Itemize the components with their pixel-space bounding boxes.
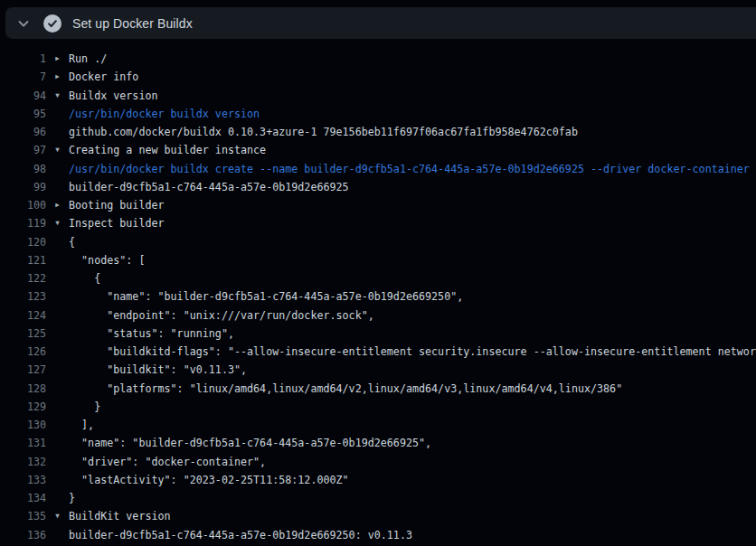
step-status-check-icon <box>43 14 61 33</box>
log-text: "nodes": [ <box>69 251 145 269</box>
log-text: "name": "builder-d9cfb5a1-c764-445a-a57e… <box>69 434 431 452</box>
line-number[interactable]: 94 <box>0 87 46 105</box>
line-number[interactable]: 98 <box>0 160 46 178</box>
chevron-expanded-icon[interactable]: ▼ <box>46 507 69 525</box>
log-line: 122 { <box>0 269 756 287</box>
log-line: 124 "endpoint": "unix:///var/run/docker.… <box>0 306 756 325</box>
line-number[interactable]: 95 <box>0 105 46 123</box>
line-number[interactable]: 124 <box>0 306 46 325</box>
log-text: "driver": "docker-container", <box>69 453 266 471</box>
line-number[interactable]: 1 <box>0 50 46 68</box>
line-number[interactable]: 100 <box>0 196 46 214</box>
log-text: "buildkit": "v0.11.3", <box>69 361 247 379</box>
log-text: "endpoint": "unix:///var/run/docker.sock… <box>69 306 374 325</box>
log-line: 136builder-d9cfb5a1-c764-445a-a57e-0b19d… <box>0 526 756 544</box>
chevron-expanded-icon[interactable]: ▼ <box>46 87 69 105</box>
log-group-title[interactable]: Docker info <box>69 68 138 86</box>
log-group-title[interactable]: Inspect builder <box>69 214 165 232</box>
log-text: { <box>69 269 100 287</box>
chevron-expanded-icon[interactable]: ▼ <box>46 141 69 159</box>
line-number[interactable]: 129 <box>0 398 46 416</box>
line-number[interactable]: 135 <box>0 507 46 525</box>
log-line: 133 "lastActivity": "2023-02-25T11:58:12… <box>0 471 756 489</box>
actions-log-viewer: Set up Docker Buildx 1▶Run ./7▶Docker in… <box>0 0 756 546</box>
log-group-title[interactable]: Buildx version <box>69 87 158 105</box>
log-line: 121 "nodes": [ <box>0 251 756 269</box>
log-text: builder-d9cfb5a1-c764-445a-a57e-0b19d2e6… <box>69 178 349 196</box>
log-text: /usr/bin/docker buildx version <box>69 105 260 123</box>
log-line: 130 ], <box>0 416 756 434</box>
log-text: "status": "running", <box>69 325 234 343</box>
log-line: 100▶Booting builder <box>0 196 756 214</box>
log-group-title[interactable]: Creating a new builder instance <box>69 141 266 159</box>
line-number[interactable]: 133 <box>0 471 46 489</box>
log-line: 1▶Run ./ <box>0 50 756 68</box>
log-text: "lastActivity": "2023-02-25T11:58:12.000… <box>69 471 349 489</box>
log-text: { <box>69 233 75 251</box>
step-title: Set up Docker Buildx <box>72 16 193 31</box>
log-line: 120{ <box>0 233 756 251</box>
line-number[interactable]: 127 <box>0 361 46 379</box>
log-text: "platforms": "linux/amd64,linux/amd64/v2… <box>69 380 622 398</box>
line-number[interactable]: 122 <box>0 269 46 287</box>
line-number[interactable]: 131 <box>0 434 46 452</box>
log-line: 127 "buildkit": "v0.11.3", <box>0 361 756 379</box>
log-line: 134} <box>0 489 756 507</box>
line-number[interactable]: 121 <box>0 251 46 269</box>
log-group-title[interactable]: BuildKit version <box>69 507 171 525</box>
step-header[interactable]: Set up Docker Buildx <box>5 7 756 39</box>
log-text: "buildkitd-flags": "--allow-insecure-ent… <box>69 343 756 361</box>
line-number[interactable]: 120 <box>0 233 46 251</box>
chevron-down-icon[interactable] <box>16 16 31 31</box>
log-line: 94▼Buildx version <box>0 87 756 105</box>
log-line: 123 "name": "builder-d9cfb5a1-c764-445a-… <box>0 287 756 306</box>
chevron-collapsed-icon[interactable]: ▶ <box>46 68 69 86</box>
chevron-collapsed-icon[interactable]: ▶ <box>46 196 69 214</box>
log-line: 96github.com/docker/buildx 0.10.3+azure-… <box>0 123 756 141</box>
log-text: /usr/bin/docker buildx create --name bui… <box>69 160 750 178</box>
log-line: 99builder-d9cfb5a1-c764-445a-a57e-0b19d2… <box>0 178 756 196</box>
chevron-collapsed-icon[interactable]: ▶ <box>46 50 69 68</box>
line-number[interactable]: 134 <box>0 489 46 507</box>
line-number[interactable]: 125 <box>0 325 46 343</box>
log-text: } <box>69 398 100 416</box>
log-group-title[interactable]: Booting builder <box>69 196 165 214</box>
line-number[interactable]: 126 <box>0 343 46 361</box>
line-number[interactable]: 7 <box>0 68 46 86</box>
log-text: github.com/docker/buildx 0.10.3+azure-1 … <box>69 123 578 141</box>
log-line: 98/usr/bin/docker buildx create --name b… <box>0 160 756 178</box>
log-lines: 1▶Run ./7▶Docker info94▼Buildx version95… <box>0 39 756 546</box>
log-line: 128 "platforms": "linux/amd64,linux/amd6… <box>0 380 756 398</box>
log-line: 132 "driver": "docker-container", <box>0 453 756 471</box>
log-line: 126 "buildkitd-flags": "--allow-insecure… <box>0 343 756 361</box>
line-number[interactable]: 123 <box>0 287 46 306</box>
chevron-expanded-icon[interactable]: ▼ <box>46 214 69 232</box>
line-number[interactable]: 97 <box>0 141 46 159</box>
line-number[interactable]: 128 <box>0 380 46 398</box>
line-number[interactable]: 96 <box>0 123 46 141</box>
log-text: "name": "builder-d9cfb5a1-c764-445a-a57e… <box>69 287 463 306</box>
log-text: } <box>69 489 75 507</box>
line-number[interactable]: 130 <box>0 416 46 434</box>
log-text: builder-d9cfb5a1-c764-445a-a57e-0b19d2e6… <box>69 526 412 544</box>
log-line: 135▼BuildKit version <box>0 507 756 525</box>
line-number[interactable]: 136 <box>0 526 46 544</box>
log-line: 97▼Creating a new builder instance <box>0 141 756 159</box>
line-number[interactable]: 132 <box>0 453 46 471</box>
log-line: 7▶Docker info <box>0 68 756 86</box>
log-line: 125 "status": "running", <box>0 325 756 343</box>
log-line: 119▼Inspect builder <box>0 214 756 232</box>
log-text: ], <box>69 416 94 434</box>
line-number[interactable]: 119 <box>0 214 46 232</box>
log-line: 129 } <box>0 398 756 416</box>
line-number[interactable]: 99 <box>0 178 46 196</box>
log-line: 131 "name": "builder-d9cfb5a1-c764-445a-… <box>0 434 756 452</box>
log-group-title[interactable]: Run ./ <box>69 50 107 68</box>
log-line: 95/usr/bin/docker buildx version <box>0 105 756 123</box>
